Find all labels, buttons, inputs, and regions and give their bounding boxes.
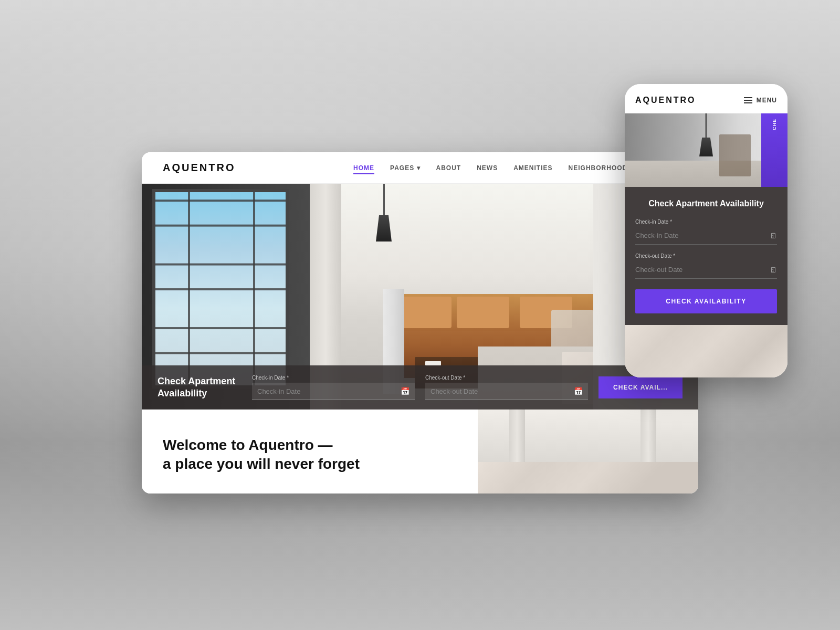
mobile-menu-label: MENU: [757, 97, 777, 104]
nav-neighborhood[interactable]: NEIGHBORHOOD: [569, 164, 628, 172]
window-grid: [155, 192, 286, 385]
mobile-hero-purple-strip: CHE: [761, 113, 788, 187]
mobile-checkout-label: Check-out Date *: [635, 253, 777, 259]
sofa-cushion: [399, 297, 452, 328]
checkout-group: Check-out Date * Check-out Date 📅: [425, 375, 588, 400]
bottom-right-image: [478, 410, 698, 494]
mobile-check-availability-button[interactable]: CHECK AVAILABILITY: [635, 289, 777, 313]
checkout-label: Check-out Date *: [425, 375, 588, 381]
nav-about[interactable]: ABOUT: [436, 164, 461, 172]
nav-home[interactable]: HOME: [353, 164, 374, 172]
mobile-checkin-group: Check-in Date * Check-in Date 🗓: [635, 219, 777, 245]
lamp-shade: [376, 215, 392, 242]
desktop-check-availability-button[interactable]: CHECK AVAIL...: [598, 376, 682, 398]
checkin-input[interactable]: Check-in Date 📅: [252, 383, 415, 400]
mobile-checkout-placeholder: Check-out Date: [635, 266, 682, 274]
welcome-title: Welcome to Aquentro — a place you will n…: [163, 436, 373, 474]
hamburger-line-3: [744, 102, 752, 103]
mobile-checkin-field[interactable]: Check-in Date 🗓: [635, 227, 777, 245]
room-window: [152, 189, 289, 388]
checkin-calendar-icon: 📅: [401, 387, 410, 395]
hamburger-line-2: [744, 100, 752, 101]
mobile-booking-panel: Check Apartment Availability Check-in Da…: [625, 187, 788, 325]
bottom-rug: [478, 462, 698, 494]
hero-section: Check Apartment Availability Check-in Da…: [142, 184, 698, 410]
lamp-cord: [383, 184, 385, 220]
checkout-placeholder: Check-out Date: [430, 387, 478, 395]
hamburger-line-1: [744, 97, 752, 98]
hamburger-icon: [744, 97, 752, 103]
checkin-placeholder: Check-in Date: [257, 387, 300, 395]
mobile-furniture: [719, 134, 751, 176]
mobile-checkin-label: Check-in Date *: [635, 219, 777, 225]
mobile-checkout-group: Check-out Date * Check-out Date 🗓: [635, 253, 777, 279]
checkout-calendar-icon: 📅: [574, 387, 583, 395]
mobile-checkin-calendar-icon: 🗓: [770, 232, 777, 240]
mobile-bottom-image: [625, 325, 788, 377]
checkout-input[interactable]: Check-out Date 📅: [425, 383, 588, 400]
desktop-nav: AQUENTRO HOME PAGES ▾ ABOUT NEWS AMENITI…: [142, 152, 698, 184]
checkin-label: Check-in Date *: [252, 375, 415, 381]
desktop-bottom-section: Welcome to Aquentro — a place you will n…: [142, 410, 698, 494]
mobile-lamp-shade: [699, 138, 713, 156]
mobile-checkin-placeholder: Check-in Date: [635, 232, 678, 239]
booking-title: Check Apartment Availability: [158, 375, 242, 400]
mobile-bottom-img-content: [625, 325, 788, 377]
table-decor: [425, 361, 441, 365]
mobile-hero-check-text: CHE: [772, 119, 777, 130]
nav-pages[interactable]: PAGES ▾: [390, 164, 420, 172]
mobile-hero: CHE: [625, 113, 788, 187]
mobile-mockup: AQUENTRO MENU CHE Check Apartment Ava: [625, 84, 788, 377]
bottom-image-interior: [478, 410, 698, 494]
nav-news[interactable]: NEWS: [477, 164, 498, 172]
mobile-logo: AQUENTRO: [635, 96, 696, 105]
mobile-nav: AQUENTRO MENU: [625, 84, 788, 113]
checkin-group: Check-in Date * Check-in Date 📅: [252, 375, 415, 400]
mobile-menu-button[interactable]: MENU: [744, 97, 777, 104]
mobile-booking-title: Check Apartment Availability: [635, 198, 777, 209]
desktop-logo: AQUENTRO: [163, 162, 235, 174]
mobile-rug: [625, 325, 788, 377]
mobile-checkout-calendar-icon: 🗓: [770, 266, 777, 274]
hero-booking-overlay: Check Apartment Availability Check-in Da…: [142, 365, 698, 410]
sofa-cushion-2: [457, 297, 509, 328]
desktop-mockup: AQUENTRO HOME PAGES ▾ ABOUT NEWS AMENITI…: [142, 152, 698, 494]
mobile-checkout-field[interactable]: Check-out Date 🗓: [635, 261, 777, 279]
nav-amenities[interactable]: AMENITIES: [513, 164, 552, 172]
